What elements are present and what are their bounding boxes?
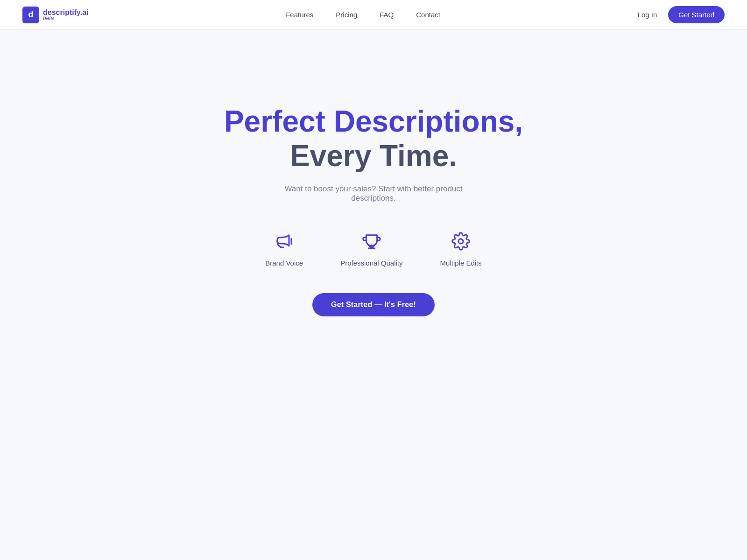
feature-brand-voice-label: Brand Voice xyxy=(265,259,303,267)
nav-features[interactable]: Features xyxy=(286,11,313,19)
navbar: d descriptify.ai beta Features Pricing F… xyxy=(0,0,747,30)
hero-subtitle: Want to boost your sales? Start with bet… xyxy=(261,184,486,203)
features-row: Brand Voice Professional Quality xyxy=(265,229,482,267)
cta-button[interactable]: Get Started — It's Free! xyxy=(312,293,435,316)
hero-section: Perfect Descriptions, Every Time. Want t… xyxy=(0,30,747,354)
feature-professional-quality: Professional Quality xyxy=(340,229,402,267)
hero-title-line2: Every Time. xyxy=(290,139,457,173)
feature-multiple-edits-label: Multiple Edits xyxy=(440,259,482,267)
nav-contact[interactable]: Contact xyxy=(416,11,440,19)
nav-actions: Log In Get Started xyxy=(638,6,725,23)
logo-letter: d xyxy=(28,10,34,20)
svg-point-0 xyxy=(458,239,463,244)
megaphone-icon xyxy=(272,229,296,253)
hero-title-line1: Perfect Descriptions, xyxy=(224,105,523,138)
login-button[interactable]: Log In xyxy=(638,11,657,19)
nav-pricing[interactable]: Pricing xyxy=(336,11,357,19)
feature-brand-voice: Brand Voice xyxy=(265,229,303,267)
feature-multiple-edits: Multiple Edits xyxy=(440,229,482,267)
logo-link[interactable]: d descriptify.ai beta xyxy=(22,7,89,23)
hero-title: Perfect Descriptions, Every Time. xyxy=(224,105,523,173)
nav-faq[interactable]: FAQ xyxy=(380,11,394,19)
trophy-icon xyxy=(359,229,384,253)
logo-icon: d xyxy=(22,7,39,23)
get-started-nav-button[interactable]: Get Started xyxy=(668,6,725,23)
gear-icon xyxy=(449,229,473,253)
feature-professional-quality-label: Professional Quality xyxy=(340,259,402,267)
logo-text: descriptify.ai beta xyxy=(43,9,89,21)
nav-links: Features Pricing FAQ Contact xyxy=(286,11,440,19)
brand-beta: beta xyxy=(43,15,89,21)
